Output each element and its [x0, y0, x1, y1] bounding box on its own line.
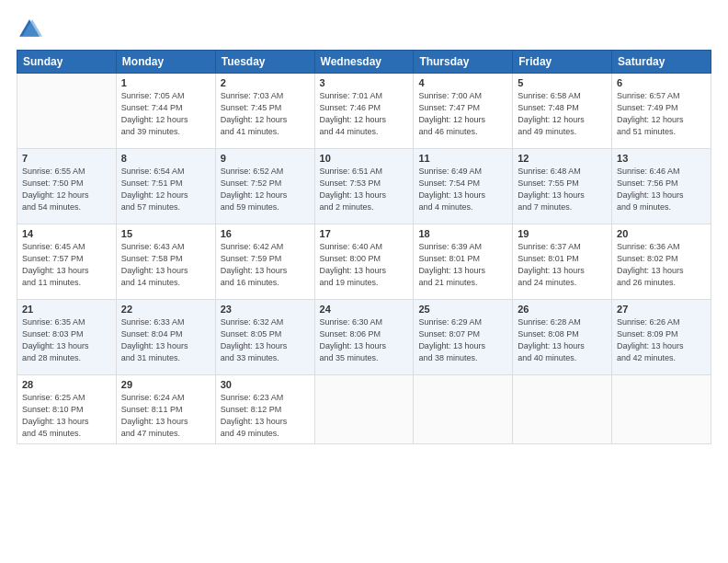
calendar-header-sunday: Sunday — [17, 51, 117, 74]
calendar-cell: 29Sunrise: 6:24 AMSunset: 8:11 PMDayligh… — [116, 375, 215, 444]
calendar-cell — [314, 375, 414, 444]
calendar-header-monday: Monday — [116, 51, 215, 74]
day-number: 18 — [418, 228, 507, 239]
calendar-cell: 1Sunrise: 7:05 AMSunset: 7:44 PMDaylight… — [116, 74, 215, 149]
day-number: 13 — [617, 153, 706, 164]
page: SundayMondayTuesdayWednesdayThursdayFrid… — [0, 0, 728, 563]
day-info: Sunrise: 6:51 AMSunset: 7:53 PMDaylight:… — [320, 166, 409, 213]
day-info: Sunrise: 6:28 AMSunset: 8:08 PMDaylight:… — [518, 316, 607, 364]
calendar-cell: 9Sunrise: 6:52 AMSunset: 7:52 PMDaylight… — [215, 149, 314, 224]
logo — [17, 17, 46, 42]
calendar-cell: 17Sunrise: 6:40 AMSunset: 8:00 PMDayligh… — [314, 224, 414, 300]
day-info: Sunrise: 6:26 AMSunset: 8:09 PMDaylight:… — [617, 316, 706, 364]
calendar-cell: 25Sunrise: 6:29 AMSunset: 8:07 PMDayligh… — [414, 300, 513, 375]
day-number: 4 — [418, 77, 507, 88]
calendar-cell: 24Sunrise: 6:30 AMSunset: 8:06 PMDayligh… — [314, 300, 414, 375]
logo-icon — [17, 17, 42, 42]
day-number: 11 — [418, 153, 507, 164]
calendar-cell: 26Sunrise: 6:28 AMSunset: 8:08 PMDayligh… — [513, 300, 612, 375]
day-info: Sunrise: 6:36 AMSunset: 8:02 PMDaylight:… — [617, 241, 706, 289]
calendar-cell: 14Sunrise: 6:45 AMSunset: 7:57 PMDayligh… — [17, 224, 117, 300]
day-number: 14 — [22, 228, 111, 239]
day-number: 23 — [221, 304, 310, 315]
calendar-cell: 12Sunrise: 6:48 AMSunset: 7:55 PMDayligh… — [513, 149, 612, 224]
day-info: Sunrise: 7:01 AMSunset: 7:46 PMDaylight:… — [320, 90, 409, 138]
day-info: Sunrise: 6:24 AMSunset: 8:11 PMDaylight:… — [121, 392, 210, 440]
day-info: Sunrise: 6:37 AMSunset: 8:01 PMDaylight:… — [518, 241, 607, 289]
day-info: Sunrise: 6:29 AMSunset: 8:07 PMDaylight:… — [418, 316, 507, 364]
day-number: 25 — [418, 304, 507, 315]
day-info: Sunrise: 6:49 AMSunset: 7:54 PMDaylight:… — [418, 166, 507, 213]
day-info: Sunrise: 6:57 AMSunset: 7:49 PMDaylight:… — [617, 90, 706, 138]
day-info: Sunrise: 6:52 AMSunset: 7:52 PMDaylight:… — [221, 166, 310, 213]
calendar-cell: 20Sunrise: 6:36 AMSunset: 8:02 PMDayligh… — [612, 224, 711, 300]
day-info: Sunrise: 6:43 AMSunset: 7:58 PMDaylight:… — [121, 241, 210, 289]
day-number: 29 — [121, 379, 210, 390]
calendar-cell: 15Sunrise: 6:43 AMSunset: 7:58 PMDayligh… — [116, 224, 215, 300]
day-number: 21 — [22, 304, 111, 315]
calendar-header-thursday: Thursday — [414, 51, 513, 74]
day-info: Sunrise: 6:54 AMSunset: 7:51 PMDaylight:… — [121, 166, 210, 213]
day-number: 19 — [518, 228, 607, 239]
day-number: 15 — [121, 228, 210, 239]
day-number: 30 — [221, 379, 310, 390]
day-number: 3 — [320, 77, 409, 88]
day-number: 10 — [320, 153, 409, 164]
calendar-cell: 28Sunrise: 6:25 AMSunset: 8:10 PMDayligh… — [17, 375, 117, 444]
header — [17, 17, 711, 42]
calendar-header-friday: Friday — [513, 51, 612, 74]
calendar-cell: 23Sunrise: 6:32 AMSunset: 8:05 PMDayligh… — [215, 300, 314, 375]
day-info: Sunrise: 6:48 AMSunset: 7:55 PMDaylight:… — [518, 166, 607, 213]
day-info: Sunrise: 6:23 AMSunset: 8:12 PMDaylight:… — [221, 392, 310, 440]
calendar-header-wednesday: Wednesday — [314, 51, 414, 74]
day-number: 20 — [617, 228, 706, 239]
day-number: 28 — [22, 379, 111, 390]
calendar-cell: 5Sunrise: 6:58 AMSunset: 7:48 PMDaylight… — [513, 74, 612, 149]
day-number: 12 — [518, 153, 607, 164]
calendar-cell: 10Sunrise: 6:51 AMSunset: 7:53 PMDayligh… — [314, 149, 414, 224]
calendar-header-saturday: Saturday — [612, 51, 711, 74]
calendar-cell: 13Sunrise: 6:46 AMSunset: 7:56 PMDayligh… — [612, 149, 711, 224]
day-info: Sunrise: 6:30 AMSunset: 8:06 PMDaylight:… — [320, 316, 409, 364]
day-info: Sunrise: 6:39 AMSunset: 8:01 PMDaylight:… — [418, 241, 507, 289]
calendar-cell — [612, 375, 711, 444]
calendar-cell: 19Sunrise: 6:37 AMSunset: 8:01 PMDayligh… — [513, 224, 612, 300]
calendar-cell: 11Sunrise: 6:49 AMSunset: 7:54 PMDayligh… — [414, 149, 513, 224]
calendar-cell: 4Sunrise: 7:00 AMSunset: 7:47 PMDaylight… — [414, 74, 513, 149]
day-info: Sunrise: 6:55 AMSunset: 7:50 PMDaylight:… — [22, 166, 111, 213]
day-info: Sunrise: 6:35 AMSunset: 8:03 PMDaylight:… — [22, 316, 111, 364]
calendar-cell: 27Sunrise: 6:26 AMSunset: 8:09 PMDayligh… — [612, 300, 711, 375]
day-info: Sunrise: 6:42 AMSunset: 7:59 PMDaylight:… — [221, 241, 310, 289]
calendar-cell: 8Sunrise: 6:54 AMSunset: 7:51 PMDaylight… — [116, 149, 215, 224]
day-info: Sunrise: 7:05 AMSunset: 7:44 PMDaylight:… — [121, 90, 210, 138]
calendar-cell: 3Sunrise: 7:01 AMSunset: 7:46 PMDaylight… — [314, 74, 414, 149]
calendar-cell: 18Sunrise: 6:39 AMSunset: 8:01 PMDayligh… — [414, 224, 513, 300]
day-info: Sunrise: 6:33 AMSunset: 8:04 PMDaylight:… — [121, 316, 210, 364]
day-number: 9 — [221, 153, 310, 164]
day-number: 26 — [518, 304, 607, 315]
day-number: 6 — [617, 77, 706, 88]
calendar-table: SundayMondayTuesdayWednesdayThursdayFrid… — [17, 50, 711, 444]
calendar-cell — [513, 375, 612, 444]
day-info: Sunrise: 7:00 AMSunset: 7:47 PMDaylight:… — [418, 90, 507, 138]
calendar-cell: 22Sunrise: 6:33 AMSunset: 8:04 PMDayligh… — [116, 300, 215, 375]
day-number: 8 — [121, 153, 210, 164]
day-number: 24 — [320, 304, 409, 315]
calendar-cell: 21Sunrise: 6:35 AMSunset: 8:03 PMDayligh… — [17, 300, 117, 375]
calendar-header-row: SundayMondayTuesdayWednesdayThursdayFrid… — [17, 51, 711, 74]
day-number: 16 — [221, 228, 310, 239]
calendar-cell: 16Sunrise: 6:42 AMSunset: 7:59 PMDayligh… — [215, 224, 314, 300]
calendar-cell — [17, 74, 117, 149]
day-number: 27 — [617, 304, 706, 315]
calendar-cell: 6Sunrise: 6:57 AMSunset: 7:49 PMDaylight… — [612, 74, 711, 149]
day-info: Sunrise: 6:32 AMSunset: 8:05 PMDaylight:… — [221, 316, 310, 364]
day-number: 5 — [518, 77, 607, 88]
day-number: 7 — [22, 153, 111, 164]
calendar-cell: 7Sunrise: 6:55 AMSunset: 7:50 PMDaylight… — [17, 149, 117, 224]
calendar-header-tuesday: Tuesday — [215, 51, 314, 74]
calendar-cell: 30Sunrise: 6:23 AMSunset: 8:12 PMDayligh… — [215, 375, 314, 444]
day-number: 17 — [320, 228, 409, 239]
day-number: 22 — [121, 304, 210, 315]
calendar-cell: 2Sunrise: 7:03 AMSunset: 7:45 PMDaylight… — [215, 74, 314, 149]
day-info: Sunrise: 6:46 AMSunset: 7:56 PMDaylight:… — [617, 166, 706, 213]
